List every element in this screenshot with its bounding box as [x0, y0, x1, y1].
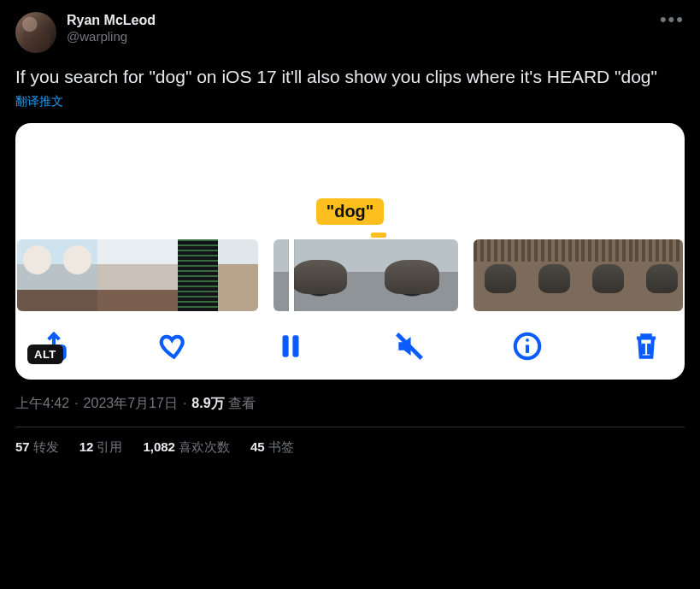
likes-count: 1,082 — [143, 439, 175, 454]
tweet-stats: 57转发 12引用 1,082喜欢次数 45书签 — [15, 427, 685, 456]
timeline-frame — [218, 239, 258, 311]
bookmarks-label: 书签 — [268, 439, 294, 454]
playhead[interactable] — [289, 239, 294, 311]
author-block[interactable]: Ryan McLeod @warpling — [67, 12, 156, 45]
video-timeline[interactable] — [15, 231, 685, 311]
views-label: 查看 — [228, 396, 256, 410]
svg-rect-1 — [283, 336, 289, 357]
more-icon[interactable]: ••• — [660, 12, 685, 24]
tweet-date[interactable]: 2023年7月17日 — [84, 395, 178, 413]
quotes-count: 12 — [79, 439, 94, 454]
views[interactable]: 8.9万 查看 — [191, 395, 256, 413]
retweets-label: 转发 — [33, 439, 59, 454]
timeline-frame — [138, 239, 178, 311]
media-card[interactable]: "dog" — [15, 123, 685, 380]
handle: @warpling — [67, 29, 156, 45]
retweets-count: 57 — [15, 439, 30, 454]
timeline-frame — [178, 239, 218, 311]
pause-icon[interactable] — [274, 330, 307, 362]
media-toolbar — [15, 311, 685, 369]
stat-bookmarks[interactable]: 45书签 — [250, 439, 294, 456]
keyword-tag-row: "dog" — [15, 200, 685, 231]
timeline-frame — [581, 239, 635, 311]
bookmarks-count: 45 — [250, 439, 265, 454]
tweet-meta: 上午4:42 · 2023年7月17日 · 8.9万 查看 — [15, 395, 685, 413]
timeline-frame — [57, 239, 97, 311]
keyword-tick-icon — [371, 233, 386, 238]
svg-point-6 — [526, 339, 529, 342]
info-icon[interactable] — [511, 330, 544, 362]
tweet-text: If you search for "dog" on iOS 17 it'll … — [15, 65, 685, 89]
timeline-frame — [527, 239, 581, 311]
trash-icon[interactable] — [630, 330, 662, 362]
clipset-active[interactable] — [274, 239, 458, 311]
stat-quotes[interactable]: 12引用 — [79, 439, 123, 456]
stat-likes[interactable]: 1,082喜欢次数 — [143, 439, 230, 456]
separator: · — [183, 396, 186, 411]
timeline-frame — [474, 239, 527, 311]
display-name: Ryan McLeod — [67, 12, 156, 29]
views-count: 8.9万 — [191, 396, 224, 410]
heart-icon[interactable] — [156, 330, 189, 362]
tweet: Ryan McLeod @warpling ••• If you search … — [0, 0, 700, 456]
timeline-frame — [366, 239, 458, 311]
stat-retweets[interactable]: 57转发 — [15, 439, 59, 456]
tweet-time[interactable]: 上午4:42 — [15, 395, 69, 413]
timeline-frame — [274, 239, 366, 311]
likes-label: 喜欢次数 — [179, 439, 230, 454]
media-card-top — [15, 123, 685, 200]
clipset[interactable] — [474, 239, 683, 311]
svg-rect-2 — [293, 336, 299, 357]
timeline-frame — [97, 239, 138, 311]
timeline-frame — [635, 239, 683, 311]
mute-icon[interactable] — [393, 330, 426, 362]
separator: · — [74, 396, 78, 411]
alt-badge[interactable]: ALT — [27, 345, 63, 364]
tweet-header: Ryan McLeod @warpling ••• — [15, 12, 685, 53]
quotes-label: 引用 — [97, 439, 122, 454]
translate-link[interactable]: 翻译推文 — [15, 94, 63, 109]
timeline-frame — [17, 239, 57, 311]
clipset[interactable] — [17, 239, 258, 311]
keyword-tag: "dog" — [316, 198, 385, 225]
avatar[interactable] — [15, 12, 56, 53]
